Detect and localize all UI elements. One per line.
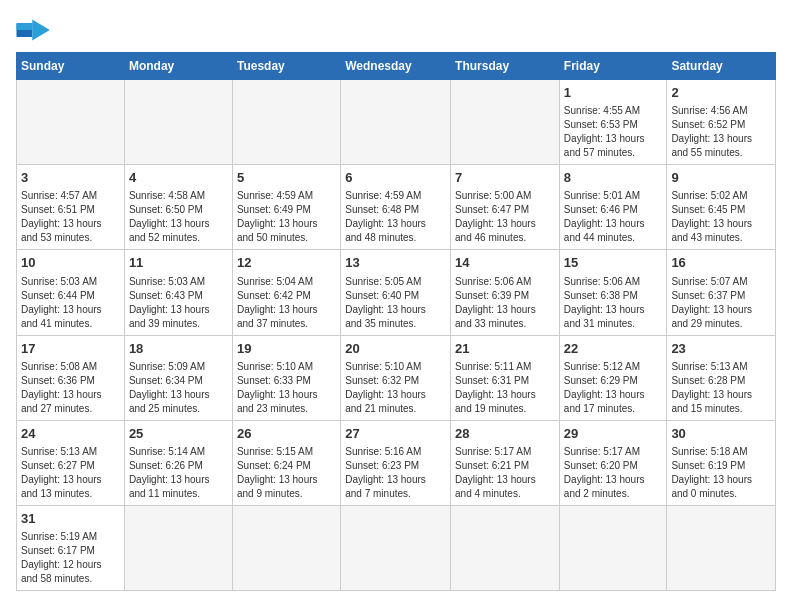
calendar-cell: 18Sunrise: 5:09 AM Sunset: 6:34 PM Dayli…	[124, 335, 232, 420]
calendar-week-row: 17Sunrise: 5:08 AM Sunset: 6:36 PM Dayli…	[17, 335, 776, 420]
calendar-cell: 28Sunrise: 5:17 AM Sunset: 6:21 PM Dayli…	[451, 420, 560, 505]
header-row: SundayMondayTuesdayWednesdayThursdayFrid…	[17, 53, 776, 80]
day-info: Sunrise: 5:08 AM Sunset: 6:36 PM Dayligh…	[21, 360, 120, 416]
logo-icon	[16, 16, 52, 44]
calendar-cell	[667, 505, 776, 590]
calendar-cell	[451, 80, 560, 165]
calendar-cell: 16Sunrise: 5:07 AM Sunset: 6:37 PM Dayli…	[667, 250, 776, 335]
day-info: Sunrise: 4:57 AM Sunset: 6:51 PM Dayligh…	[21, 189, 120, 245]
day-number: 15	[564, 254, 663, 272]
header-day: Monday	[124, 53, 232, 80]
calendar-cell: 14Sunrise: 5:06 AM Sunset: 6:39 PM Dayli…	[451, 250, 560, 335]
calendar-cell: 5Sunrise: 4:59 AM Sunset: 6:49 PM Daylig…	[232, 165, 340, 250]
calendar-cell	[451, 505, 560, 590]
calendar-cell	[232, 80, 340, 165]
day-number: 1	[564, 84, 663, 102]
header-day: Saturday	[667, 53, 776, 80]
header-day: Friday	[559, 53, 667, 80]
calendar-cell: 1Sunrise: 4:55 AM Sunset: 6:53 PM Daylig…	[559, 80, 667, 165]
day-number: 16	[671, 254, 771, 272]
calendar-cell: 10Sunrise: 5:03 AM Sunset: 6:44 PM Dayli…	[17, 250, 125, 335]
day-info: Sunrise: 5:19 AM Sunset: 6:17 PM Dayligh…	[21, 530, 120, 586]
day-number: 18	[129, 340, 228, 358]
header-day: Wednesday	[341, 53, 451, 80]
day-info: Sunrise: 5:12 AM Sunset: 6:29 PM Dayligh…	[564, 360, 663, 416]
calendar-week-row: 31Sunrise: 5:19 AM Sunset: 6:17 PM Dayli…	[17, 505, 776, 590]
day-number: 26	[237, 425, 336, 443]
calendar-cell: 15Sunrise: 5:06 AM Sunset: 6:38 PM Dayli…	[559, 250, 667, 335]
calendar-cell: 24Sunrise: 5:13 AM Sunset: 6:27 PM Dayli…	[17, 420, 125, 505]
calendar-cell	[341, 80, 451, 165]
calendar-cell	[232, 505, 340, 590]
svg-marker-1	[32, 20, 50, 41]
calendar-cell: 27Sunrise: 5:16 AM Sunset: 6:23 PM Dayli…	[341, 420, 451, 505]
day-info: Sunrise: 5:13 AM Sunset: 6:27 PM Dayligh…	[21, 445, 120, 501]
calendar-cell: 9Sunrise: 5:02 AM Sunset: 6:45 PM Daylig…	[667, 165, 776, 250]
calendar-table: SundayMondayTuesdayWednesdayThursdayFrid…	[16, 52, 776, 591]
day-info: Sunrise: 5:18 AM Sunset: 6:19 PM Dayligh…	[671, 445, 771, 501]
calendar-cell	[124, 505, 232, 590]
day-number: 14	[455, 254, 555, 272]
day-number: 29	[564, 425, 663, 443]
day-number: 11	[129, 254, 228, 272]
calendar-cell: 26Sunrise: 5:15 AM Sunset: 6:24 PM Dayli…	[232, 420, 340, 505]
day-number: 19	[237, 340, 336, 358]
calendar-cell: 7Sunrise: 5:00 AM Sunset: 6:47 PM Daylig…	[451, 165, 560, 250]
calendar-cell: 22Sunrise: 5:12 AM Sunset: 6:29 PM Dayli…	[559, 335, 667, 420]
calendar-cell: 17Sunrise: 5:08 AM Sunset: 6:36 PM Dayli…	[17, 335, 125, 420]
day-info: Sunrise: 5:10 AM Sunset: 6:33 PM Dayligh…	[237, 360, 336, 416]
day-info: Sunrise: 4:58 AM Sunset: 6:50 PM Dayligh…	[129, 189, 228, 245]
day-number: 10	[21, 254, 120, 272]
day-number: 22	[564, 340, 663, 358]
day-info: Sunrise: 5:17 AM Sunset: 6:21 PM Dayligh…	[455, 445, 555, 501]
day-info: Sunrise: 5:03 AM Sunset: 6:44 PM Dayligh…	[21, 275, 120, 331]
day-number: 21	[455, 340, 555, 358]
calendar-cell	[17, 80, 125, 165]
header-day: Sunday	[17, 53, 125, 80]
day-number: 13	[345, 254, 446, 272]
day-number: 5	[237, 169, 336, 187]
day-number: 30	[671, 425, 771, 443]
day-number: 3	[21, 169, 120, 187]
day-number: 31	[21, 510, 120, 528]
day-number: 12	[237, 254, 336, 272]
day-number: 8	[564, 169, 663, 187]
day-info: Sunrise: 5:01 AM Sunset: 6:46 PM Dayligh…	[564, 189, 663, 245]
calendar-cell: 4Sunrise: 4:58 AM Sunset: 6:50 PM Daylig…	[124, 165, 232, 250]
header-day: Tuesday	[232, 53, 340, 80]
header-day: Thursday	[451, 53, 560, 80]
day-number: 25	[129, 425, 228, 443]
day-info: Sunrise: 4:56 AM Sunset: 6:52 PM Dayligh…	[671, 104, 771, 160]
logo	[16, 16, 56, 44]
calendar-week-row: 24Sunrise: 5:13 AM Sunset: 6:27 PM Dayli…	[17, 420, 776, 505]
calendar-cell	[124, 80, 232, 165]
calendar-cell: 20Sunrise: 5:10 AM Sunset: 6:32 PM Dayli…	[341, 335, 451, 420]
calendar-cell: 25Sunrise: 5:14 AM Sunset: 6:26 PM Dayli…	[124, 420, 232, 505]
day-number: 20	[345, 340, 446, 358]
calendar-cell: 21Sunrise: 5:11 AM Sunset: 6:31 PM Dayli…	[451, 335, 560, 420]
day-info: Sunrise: 4:55 AM Sunset: 6:53 PM Dayligh…	[564, 104, 663, 160]
day-info: Sunrise: 4:59 AM Sunset: 6:48 PM Dayligh…	[345, 189, 446, 245]
day-info: Sunrise: 5:03 AM Sunset: 6:43 PM Dayligh…	[129, 275, 228, 331]
calendar-cell	[341, 505, 451, 590]
calendar-cell: 23Sunrise: 5:13 AM Sunset: 6:28 PM Dayli…	[667, 335, 776, 420]
day-info: Sunrise: 4:59 AM Sunset: 6:49 PM Dayligh…	[237, 189, 336, 245]
day-number: 23	[671, 340, 771, 358]
day-number: 2	[671, 84, 771, 102]
svg-rect-2	[17, 23, 33, 30]
day-info: Sunrise: 5:02 AM Sunset: 6:45 PM Dayligh…	[671, 189, 771, 245]
day-number: 28	[455, 425, 555, 443]
calendar-week-row: 10Sunrise: 5:03 AM Sunset: 6:44 PM Dayli…	[17, 250, 776, 335]
day-info: Sunrise: 5:13 AM Sunset: 6:28 PM Dayligh…	[671, 360, 771, 416]
day-number: 17	[21, 340, 120, 358]
day-info: Sunrise: 5:06 AM Sunset: 6:38 PM Dayligh…	[564, 275, 663, 331]
day-info: Sunrise: 5:17 AM Sunset: 6:20 PM Dayligh…	[564, 445, 663, 501]
calendar-cell: 30Sunrise: 5:18 AM Sunset: 6:19 PM Dayli…	[667, 420, 776, 505]
day-info: Sunrise: 5:07 AM Sunset: 6:37 PM Dayligh…	[671, 275, 771, 331]
day-info: Sunrise: 5:05 AM Sunset: 6:40 PM Dayligh…	[345, 275, 446, 331]
day-info: Sunrise: 5:16 AM Sunset: 6:23 PM Dayligh…	[345, 445, 446, 501]
day-info: Sunrise: 5:06 AM Sunset: 6:39 PM Dayligh…	[455, 275, 555, 331]
calendar-cell: 3Sunrise: 4:57 AM Sunset: 6:51 PM Daylig…	[17, 165, 125, 250]
calendar-cell: 11Sunrise: 5:03 AM Sunset: 6:43 PM Dayli…	[124, 250, 232, 335]
day-number: 27	[345, 425, 446, 443]
